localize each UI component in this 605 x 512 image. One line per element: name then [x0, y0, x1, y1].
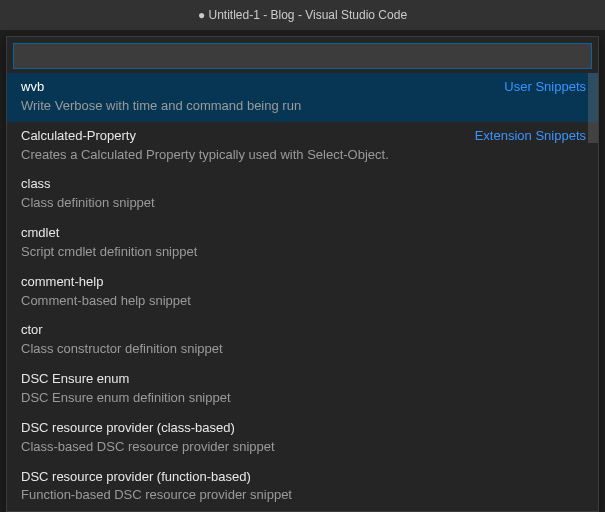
snippet-title: class	[21, 175, 51, 194]
list-item[interactable]: comment-helpComment-based help snippet	[7, 268, 598, 317]
quickpick-panel: wvbUser SnippetsWrite Verbose with time …	[6, 36, 599, 512]
snippet-title: DSC resource provider (function-based)	[21, 468, 251, 487]
quickpick-search	[13, 43, 592, 69]
snippet-title: wvb	[21, 78, 44, 97]
list-item[interactable]: DSC Ensure enumDSC Ensure enum definitio…	[7, 365, 598, 414]
snippet-description: Class constructor definition snippet	[21, 340, 586, 359]
snippet-title: Calculated-Property	[21, 127, 136, 146]
list-item[interactable]: ctorClass constructor definition snippet	[7, 316, 598, 365]
scrollbar-thumb[interactable]	[588, 73, 598, 143]
snippet-title: DSC resource provider (class-based)	[21, 419, 235, 438]
list-item[interactable]: DSC resource provider (function-based)Fu…	[7, 463, 598, 512]
snippet-description: Write Verbose with time and command bein…	[21, 97, 586, 116]
list-item[interactable]: cmdletScript cmdlet definition snippet	[7, 219, 598, 268]
search-input[interactable]	[13, 43, 592, 69]
list-item[interactable]: classClass definition snippet	[7, 170, 598, 219]
snippet-description: DSC Ensure enum definition snippet	[21, 389, 586, 408]
snippet-category-tag: User Snippets	[504, 78, 586, 97]
list-item[interactable]: wvbUser SnippetsWrite Verbose with time …	[7, 73, 598, 122]
snippet-description: Function-based DSC resource provider sni…	[21, 486, 586, 505]
snippet-title: ctor	[21, 321, 43, 340]
snippet-description: Class-based DSC resource provider snippe…	[21, 438, 586, 457]
snippet-title: comment-help	[21, 273, 103, 292]
window-title: ● Untitled-1 - Blog - Visual Studio Code	[198, 8, 407, 22]
list-item[interactable]: Calculated-PropertyExtension SnippetsCre…	[7, 122, 598, 171]
list-item[interactable]: DSC resource provider (class-based)Class…	[7, 414, 598, 463]
snippet-description: Creates a Calculated Property typically …	[21, 146, 586, 165]
snippet-description: Class definition snippet	[21, 194, 586, 213]
snippet-title: cmdlet	[21, 224, 59, 243]
snippet-description: Script cmdlet definition snippet	[21, 243, 586, 262]
snippet-description: Comment-based help snippet	[21, 292, 586, 311]
snippet-category-tag: Extension Snippets	[475, 127, 586, 146]
snippet-list[interactable]: wvbUser SnippetsWrite Verbose with time …	[7, 73, 598, 511]
snippet-title: DSC Ensure enum	[21, 370, 129, 389]
window-titlebar: ● Untitled-1 - Blog - Visual Studio Code	[0, 0, 605, 30]
